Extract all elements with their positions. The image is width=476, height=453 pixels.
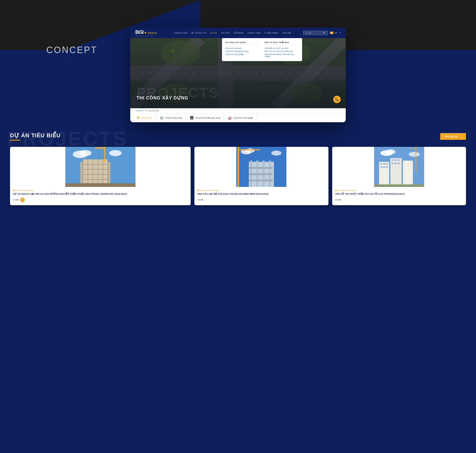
logo-group: GROUP [148, 32, 157, 34]
svg-rect-89 [395, 163, 397, 164]
card-category-3: Dự án xây dựng dân dụng [335, 189, 463, 191]
title-underline [10, 140, 20, 141]
project-card-3[interactable]: Dự án xây dựng dân dụng TRỤ SỞ TOÀ PHỨC … [332, 147, 466, 205]
category-label-1: Dự án xây dựng dân dụng [16, 189, 34, 191]
card-detail-arrow-1[interactable]: → [20, 198, 25, 202]
logo-area[interactable]: BGI ★ GROUP Best brands, best value [135, 29, 157, 37]
card-detail-3[interactable]: Chi tiết: → [335, 198, 463, 202]
svg-rect-66 [249, 173, 273, 175]
tab-label-cong-nghiep: Công trình công nghiệp [233, 117, 253, 119]
section-title-area: DỰ ÁN TIÊU BIỂU [10, 132, 61, 141]
dropdown-menu: THI CÔNG XÂY DỰNG → Công trình dân dụng … [222, 38, 302, 61]
dropdown-item-dan-dung[interactable]: Công trình dân dụng [225, 47, 260, 50]
category-label-3: Dự án xây dựng dân dụng [338, 189, 356, 191]
svg-rect-85 [392, 159, 394, 161]
nav-thanh-vien[interactable]: THÀNH VIÊN [247, 32, 261, 34]
card-detail-arrow-2[interactable]: → [205, 198, 209, 202]
breadcrumb: Trang chủ / Thi công xây dựng [130, 108, 346, 114]
logo-tagline: Best brands, best value [135, 35, 157, 37]
card-detail-1[interactable]: Chi tiết: → [13, 198, 188, 202]
logo-star: ★ [144, 31, 147, 35]
lang-vi-button[interactable]: VI [330, 32, 333, 34]
nav-right: Tìm kiếm... 🔍 VI EN f [303, 31, 341, 35]
tab-all-projects[interactable]: 🏗 Tất cả dự án [133, 114, 156, 122]
svg-point-11 [166, 50, 169, 53]
nav-lien-he[interactable]: LIÊN HỆ [282, 32, 291, 34]
svg-point-74 [385, 149, 395, 154]
category-label-2: Dự án xây dựng dân dụng [200, 189, 218, 191]
hero-title: THI CÔNG XÂY DỰNG [137, 95, 188, 101]
svg-rect-76 [379, 162, 389, 187]
svg-rect-65 [249, 167, 273, 169]
search-box[interactable]: Tìm kiếm... 🔍 [303, 31, 328, 35]
view-all-button[interactable]: Xem tất cả → [440, 133, 466, 140]
tab-icon-ha-tang: 🌉 [190, 116, 194, 120]
svg-rect-93 [374, 184, 424, 187]
svg-point-24 [453, 144, 454, 145]
svg-point-21 [445, 144, 446, 145]
projects-grid: Dự án xây dựng dân dụng DỰ ÁN KHÁCH SẠN … [10, 147, 466, 205]
facebook-icon[interactable]: f [340, 32, 341, 34]
tab-dan-dung[interactable]: 🏢 Công trình dân dụng [156, 114, 186, 122]
svg-rect-91 [415, 147, 416, 172]
dropdown-item-van-phong[interactable]: Đầu tư khu văn phòng & thương mại [265, 50, 299, 53]
svg-point-25 [455, 144, 456, 145]
svg-point-23 [450, 144, 451, 145]
phone-button[interactable]: 📞 [333, 96, 341, 103]
concept-title: CONCEPT [46, 45, 97, 55]
svg-rect-88 [392, 163, 394, 164]
card-category-2: Dự án xây dựng dân dụng [197, 189, 325, 191]
nav-tin-tuc[interactable]: TIN TỨC [221, 32, 230, 34]
nav-du-an[interactable]: DỰ ÁN [210, 32, 217, 34]
project-card-2[interactable]: Dự án xây dựng dân dụng NHÀ CÂU LẠC BỘ S… [194, 147, 328, 205]
tab-label-all: Tất cả dự án [141, 117, 152, 119]
project-card-1[interactable]: Dự án xây dựng dân dụng DỰ ÁN KHÁCH SẠN … [10, 147, 191, 205]
svg-rect-80 [383, 163, 385, 165]
lang-buttons: VI EN [330, 32, 338, 34]
card-title-3: TRỤ SỞ TOÀ PHỨC THẨM TOÀ ÁN TỐI CAO TPHC… [335, 192, 463, 196]
dropdown-title-investment: ĐẦU TƯ PHÁT TRIỂN BĐS [265, 42, 289, 44]
section-header: DỰ ÁN TIÊU BIỂU Xem tất cả → [10, 132, 466, 141]
svg-rect-86 [395, 159, 397, 161]
dropdown-header-construction: THI CÔNG XÂY DỰNG → [225, 41, 260, 45]
search-placeholder: Tìm kiếm... [305, 32, 313, 34]
svg-rect-55 [65, 183, 136, 187]
svg-rect-40 [83, 159, 108, 187]
dropdown-item-khu-do-thi[interactable]: Phát triển khu, đô thị và nhà ở [265, 47, 299, 50]
svg-rect-77 [390, 158, 402, 187]
card-detail-2[interactable]: Chi tiết: → [197, 198, 325, 202]
card-detail-text-3: Chi tiết: [335, 199, 341, 201]
nav-tuyen-dung[interactable]: TUYỂN DỤNG [264, 32, 279, 34]
card-content-2: Dự án xây dựng dân dụng NHÀ CÂU LẠC BỘ S… [194, 187, 328, 205]
tab-cong-nghiep[interactable]: 🏭 Công trình công nghiệp [224, 114, 257, 122]
dropdown-item-cong-nghiep[interactable]: Công trình công nghiệp [225, 53, 260, 56]
projects-section: PROJECTS [0, 122, 476, 215]
dropdown-arrow-construction: → [258, 41, 260, 44]
svg-rect-92 [409, 148, 417, 149]
svg-point-12 [171, 49, 175, 52]
svg-rect-87 [398, 159, 400, 161]
card-detail-text-1: Chi tiết: [13, 199, 19, 201]
dropdown-col-investment: ĐẦU TƯ PHÁT TRIỂN BĐS → Phát triển khu, … [265, 41, 299, 58]
lang-en-button[interactable]: EN [334, 32, 338, 34]
nav-links: TRANG CHỦ VỀ CHÚNG TÔI DỰ ÁN TIN TỨC CỔ … [162, 32, 303, 34]
search-icon: 🔍 [323, 32, 326, 34]
card-category-1: Dự án xây dựng dân dụng [13, 189, 188, 191]
dropdown-title-construction: THI CÔNG XÂY DỰNG [225, 42, 246, 44]
nav-ve-chung-toi[interactable]: VỀ CHÚNG TÔI [191, 32, 206, 34]
navigation-bar: BGI ★ GROUP Best brands, best value TRAN… [130, 28, 346, 38]
tab-ha-tang[interactable]: 🌉 Công trình hạ tầng giao thông [186, 114, 224, 122]
svg-rect-84 [386, 166, 388, 168]
svg-rect-82 [380, 166, 382, 168]
dropdown-item-ha-tang[interactable]: Công trình hạ tầng giao thông [225, 50, 260, 53]
nav-co-dong[interactable]: CỔ ĐÔNG [233, 32, 244, 34]
svg-point-59 [272, 151, 282, 156]
svg-point-27 [460, 144, 461, 145]
breadcrumb-current: Thi công xây dựng [145, 110, 159, 111]
card-detail-arrow-3[interactable]: → [342, 198, 347, 202]
nav-trang-chu[interactable]: TRANG CHỦ [174, 32, 187, 34]
card-content-1: Dự án xây dựng dân dụng DỰ ÁN KHÁCH SẠN … [10, 187, 191, 205]
breadcrumb-home[interactable]: Trang chủ [135, 110, 143, 111]
svg-point-26 [458, 144, 459, 145]
dropdown-item-co-so-ha-tang[interactable]: Đầu tư cơ sở hạ tầng & sản xuất công ngh… [265, 53, 299, 58]
